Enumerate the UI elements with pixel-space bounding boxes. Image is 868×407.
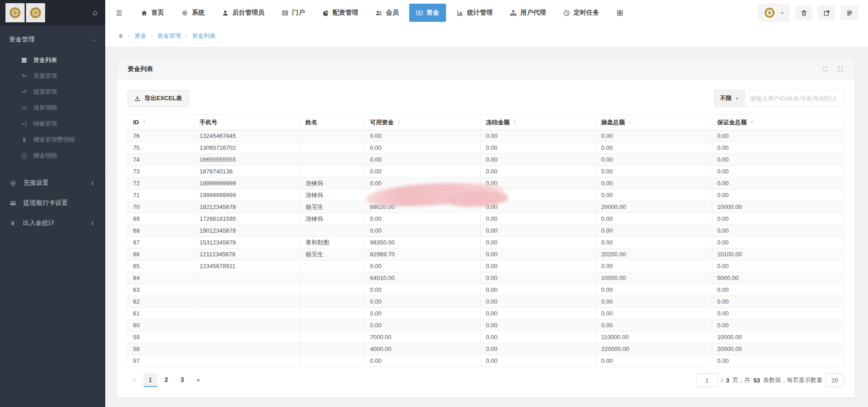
cell-id: 59 xyxy=(128,331,195,343)
column-header-label: 保证金总额 xyxy=(717,119,747,126)
grid-icon xyxy=(616,10,623,16)
cell-id: 71 xyxy=(128,189,195,201)
sidebar-group-recharge-settings[interactable]: 充值设置 xyxy=(0,173,105,193)
cell-name xyxy=(300,284,365,296)
table-row: 6464010.000.0010000.005000.00 xyxy=(128,272,844,284)
sidebar-section-funds-management[interactable]: 资金管理 xyxy=(0,25,105,52)
cell-frozen-amount: 0.00 xyxy=(481,260,596,272)
column-header-margin-total[interactable]: 保证金总额 xyxy=(712,115,843,130)
table-icon xyxy=(21,57,27,63)
management-fee-detail-icon: $ xyxy=(21,136,27,143)
fullscreen-icon[interactable] xyxy=(837,66,844,72)
sidebar-item-label: 赠金明细 xyxy=(33,152,57,160)
cell-available-funds: 4000.00 xyxy=(365,343,481,355)
sidebar-item-label: 资金列表 xyxy=(33,56,57,64)
column-header-available-funds[interactable]: 可用资金 xyxy=(365,115,481,130)
chevron-down-icon xyxy=(91,36,96,43)
cell-frozen-amount: 0.00 xyxy=(481,272,596,284)
nav-item-allocation-management[interactable]: 配资管理 xyxy=(315,4,365,22)
sidebar: 资金管理 资金列表充值管理提现管理清算明细转账管理$赠送管理费明细赠金明细 充值… xyxy=(0,25,105,407)
cell-frozen-amount: 0.00 xyxy=(481,213,596,225)
cell-trading-total: 0.00 xyxy=(596,260,712,272)
breadcrumb-link-2[interactable]: 资金列表 xyxy=(192,32,216,40)
total-pages: 3 xyxy=(726,377,729,384)
cell-margin-total: 0.00 xyxy=(712,130,843,142)
filter-dropdown-button[interactable]: 不限 xyxy=(714,90,745,107)
plus-square-icon xyxy=(21,153,27,159)
sort-icon xyxy=(142,119,146,125)
cell-phone: 19999999999 xyxy=(195,189,301,201)
sidebar-group-fund-in-out-stats[interactable]: ¥出入金统计 xyxy=(0,213,105,233)
sidebar-item-recharge-management[interactable]: 充值管理 xyxy=(0,68,105,84)
cell-id: 60 xyxy=(128,320,195,331)
nav-item-portal[interactable]: 门户 xyxy=(275,4,312,22)
nav-item-home[interactable]: 首页 xyxy=(134,4,171,22)
cell-available-funds: 82969.70 xyxy=(365,249,481,260)
cell-available-funds: 0.00 xyxy=(365,225,481,237)
pagination-page-1[interactable]: 1 xyxy=(144,373,157,387)
cell-available-funds: 64010.00 xyxy=(365,272,481,284)
search-input[interactable] xyxy=(745,90,844,107)
cell-id: 68 xyxy=(128,225,195,237)
sidebar-item-transfer-management[interactable]: 转账管理 xyxy=(0,116,105,132)
cell-phone: 16655555555 xyxy=(195,154,301,166)
cell-frozen-amount: 0.00 xyxy=(481,331,596,343)
nav-item-statistics-management[interactable]: 统计管理 xyxy=(450,4,499,22)
cell-name xyxy=(300,154,365,166)
nav-item-user-agent[interactable]: 用户代理 xyxy=(503,4,553,22)
cell-frozen-amount: 0.00 xyxy=(481,249,596,260)
table-row: 65123456789110.000.000.000.00 xyxy=(128,260,844,272)
filter-dropdown-label: 不限 xyxy=(720,94,732,102)
export-excel-button[interactable]: 导出EXCEL表 xyxy=(128,90,189,107)
pagination-page-3[interactable]: 3 xyxy=(175,373,189,387)
cell-frozen-amount: 0.00 xyxy=(481,296,596,308)
sidebar-item-settlement-detail[interactable]: 清算明细 xyxy=(0,100,105,116)
nav-item-system[interactable]: 系统 xyxy=(175,4,211,22)
sidebar-item-label: 清算明细 xyxy=(33,104,57,112)
cell-id: 57 xyxy=(128,355,195,367)
nav-item-funds[interactable]: 资金 xyxy=(409,4,446,22)
table-row: 76132454678450.000.000.000.00 xyxy=(128,130,844,142)
cell-phone: 18999999999 xyxy=(195,178,301,189)
sidebar-group-withdraw-bank-card-settings[interactable]: 提现银行卡设置 xyxy=(0,193,105,213)
table-row: 75130657287020.000.000.000.00 xyxy=(128,142,844,154)
nav-item-label: 会员 xyxy=(386,9,399,17)
sidebar-toggle-button[interactable] xyxy=(115,10,123,16)
cell-name: 游楝炜 xyxy=(300,178,365,189)
breadcrumb-link-0[interactable]: 资金 xyxy=(134,32,146,40)
pagination-next[interactable]: » xyxy=(191,373,205,387)
nav-item-backend-admin[interactable]: 后台管理员 xyxy=(215,4,271,22)
log-list-button[interactable] xyxy=(841,5,858,20)
breadcrumb-link-1[interactable]: 资金管理 xyxy=(157,32,181,40)
sidebar-item-funds-list[interactable]: 资金列表 xyxy=(0,52,105,68)
pagination-page-2[interactable]: 2 xyxy=(159,373,173,387)
current-page-input[interactable] xyxy=(696,373,718,387)
cell-margin-total: 0.00 xyxy=(712,166,843,178)
cell-margin-total: 20000.00 xyxy=(712,343,843,355)
user-menu-button[interactable] xyxy=(758,4,790,22)
page-size-input[interactable] xyxy=(826,373,844,387)
open-external-button[interactable] xyxy=(818,5,835,20)
column-header-trading-total[interactable]: 操盘总额 xyxy=(596,115,712,130)
cell-id: 61 xyxy=(128,308,195,320)
sidebar-item-withdraw-management[interactable]: 提现管理 xyxy=(0,84,105,100)
cell-margin-total: 10000.00 xyxy=(712,331,843,343)
gear-icon xyxy=(10,180,16,187)
cell-trading-total: 0.00 xyxy=(596,284,712,296)
nav-item-scheduled-tasks[interactable]: 定时任务 xyxy=(556,4,606,22)
column-header-phone[interactable]: 手机号 xyxy=(195,115,301,130)
clear-cache-button[interactable] xyxy=(795,5,812,20)
column-header-id[interactable]: ID xyxy=(128,115,195,130)
column-header-name[interactable]: 姓名 xyxy=(300,115,365,130)
pie-icon xyxy=(322,10,329,16)
refresh-icon[interactable] xyxy=(822,66,829,72)
cell-id: 74 xyxy=(128,154,195,166)
nav-item-apps[interactable] xyxy=(610,4,630,22)
pagination-prev[interactable]: « xyxy=(128,373,141,387)
column-header-frozen-amount[interactable]: 冻结金额 xyxy=(481,115,596,130)
sidebar-item-bonus-detail[interactable]: 赠金明细 xyxy=(0,148,105,163)
nav-item-member[interactable]: 会员 xyxy=(369,4,406,22)
cell-name xyxy=(300,272,365,284)
sidebar-item-management-fee-detail[interactable]: $赠送管理费明细 xyxy=(0,132,105,148)
card-icon xyxy=(10,200,16,207)
